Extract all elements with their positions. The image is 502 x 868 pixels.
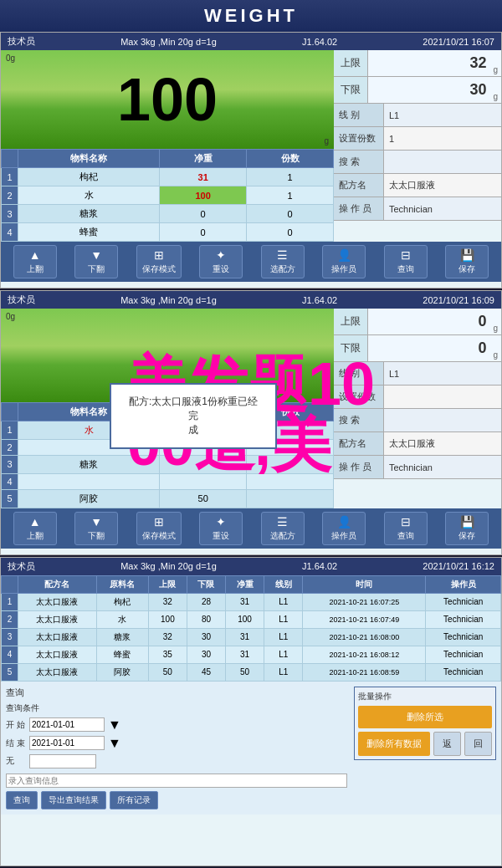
panel-weight-2: 技术员 Max 3kg ,Min 20g d=1g J1.64.02 2021/… [0,290,502,555]
row-num: 4 [2,646,18,663]
toolbar-button[interactable]: ☰选配方 [261,512,305,545]
upper-limit: 35 [148,646,187,663]
toolbar-label: 保存 [458,530,475,542]
col-header: 操作员 [426,575,501,593]
info-val [384,385,501,408]
time: 2021-10-21 16:08:00 [303,628,426,646]
toolbar-button[interactable]: ⊟查询 [384,245,428,278]
material-weight: 100 [160,186,247,205]
all-records-button[interactable]: 所有记录 [110,791,158,809]
query-button[interactable]: 查询 [6,791,38,809]
toolbar-button[interactable]: ▼下翻 [74,245,118,278]
info-key: 操 作 员 [334,197,384,220]
toolbar-button[interactable]: ☰选配方 [261,245,305,278]
line: L1 [264,593,303,610]
panel1-header: 技术员 Max 3kg ,Min 20g d=1g J1.64.02 2021/… [1,33,501,50]
col-header: 净重 [226,575,264,593]
panel-query: 技术员 Max 3kg ,Min 20g d=1g J1.64.02 2021/… [0,557,502,866]
weight-unit-top: 0g [6,54,15,63]
material-qty [247,455,334,473]
toolbar-label: 操作员 [331,530,356,542]
col-header: 下限 [187,575,225,593]
recipe-name: 太太口服液 [18,663,97,681]
delete-selected-button[interactable]: 删除所选 [358,706,492,728]
info-key: 线 别 [334,362,384,385]
app-title: WEIGHT [0,0,502,32]
toolbar-button[interactable]: ⊟查询 [384,512,428,545]
material-name: 阿胶 [96,663,148,681]
info-val: 太太口服液 [384,432,501,455]
col-qty: 份数 [247,150,334,168]
no-input[interactable] [29,754,96,768]
time: 2021-10-21 16:07:49 [303,610,426,628]
material-qty: 1 [247,168,334,186]
toolbar-icon: ⊟ [401,515,411,528]
toolbar-icon: ⊞ [154,515,164,528]
net-weight: 50 [226,663,264,681]
toolbar-button[interactable]: ▲上翻 [13,245,57,278]
toolbar-icon: 👤 [337,515,351,528]
toolbar-label: 重设 [213,263,229,275]
col-num [2,150,18,168]
toolbar-button[interactable]: ✦重设 [199,512,243,545]
info-key: 操 作 员 [334,456,384,478]
toolbar-button[interactable]: 👤操作员 [322,245,366,278]
toolbar-button[interactable]: 💾保存 [445,245,489,278]
end-date-input[interactable] [29,736,105,750]
material-name: 糖浆 [18,205,160,223]
panel2-datetime: 2021/10/21 16:09 [423,295,494,305]
upper-limit-label: 上限 [334,50,368,76]
toolbar-label: 选配方 [270,530,295,542]
toolbar-label: 保存 [458,263,475,275]
line: L1 [264,663,303,681]
table-row: 4 [2,473,18,489]
info-row: 线 别L1 [334,104,501,127]
panel1-info-grid: 线 别L1设置份数1搜 索配方名太太口服液操 作 员Technician [334,104,501,242]
col-header: 配方名 [18,575,97,593]
panel2-version: J1.64.02 [302,295,337,305]
col-header: 线别 [264,575,303,593]
col-header: 时间 [303,575,426,593]
panel1-right: 上限 32 g 下限 30 g 线 别L1设置份数1搜 索配方名太太口服液操 作… [334,50,501,242]
info-val: 太太口服液 [384,174,501,197]
row-num: 1 [2,593,18,610]
col-weight: 净重 [160,150,247,168]
query-text-input[interactable] [6,774,347,788]
end-dropdown-icon[interactable]: ▼ [108,736,121,751]
no-row: 无 [6,754,347,768]
toolbar-icon: ⊟ [401,248,411,262]
p2-lower-unit: g [493,350,501,361]
operator: Technician [426,663,501,681]
table-row: 1 太太口服液 枸杞 32 28 31 L1 2021-10-21 16:07:… [2,593,501,610]
p2-upper-limit: 上限 0 g [334,309,501,335]
time: 2021-10-21 16:08:59 [303,663,426,681]
toolbar-button[interactable]: ✦重设 [199,245,243,278]
toolbar-button[interactable]: ▼下翻 [74,512,118,545]
material-weight [160,473,247,489]
start-date-input[interactable] [29,717,105,732]
info-row: 配方名太太口服液 [334,174,501,197]
toolbar-button[interactable]: 💾保存 [445,512,489,545]
material-name: 蜂蜜 [18,223,160,242]
table-row: 3 太太口服液 糖浆 32 30 31 L1 2021-10-21 16:08:… [2,628,501,646]
table-row: 1 [2,168,18,186]
toolbar-label: 保存模式 [142,530,176,542]
toolbar-button[interactable]: 👤操作员 [322,512,366,545]
p2-lower-limit: 下限 0 g [334,335,501,362]
delete-all-button[interactable]: 删除所有数据 [358,732,430,756]
material-weight [160,455,247,473]
panel2-limits: Max 3kg ,Min 20g d=1g [120,295,217,305]
start-dropdown-icon[interactable]: ▼ [108,717,121,733]
query-condition-row: 查询条件 [6,702,347,714]
back-button[interactable]: 返 [433,732,461,756]
lower-limit: 30 [187,628,225,646]
return-button[interactable]: 回 [464,732,492,756]
toolbar-button[interactable]: ▲上翻 [13,512,57,545]
toolbar-button[interactable]: ⊞保存模式 [136,512,182,545]
toolbar-icon: ✦ [216,515,226,528]
info-row: 搜 索 [334,151,501,174]
panel3-version: J1.64.02 [302,561,337,571]
export-button[interactable]: 导出查询结果 [41,791,106,809]
condition-label: 查询条件 [6,702,39,714]
toolbar-button[interactable]: ⊞保存模式 [136,245,182,278]
